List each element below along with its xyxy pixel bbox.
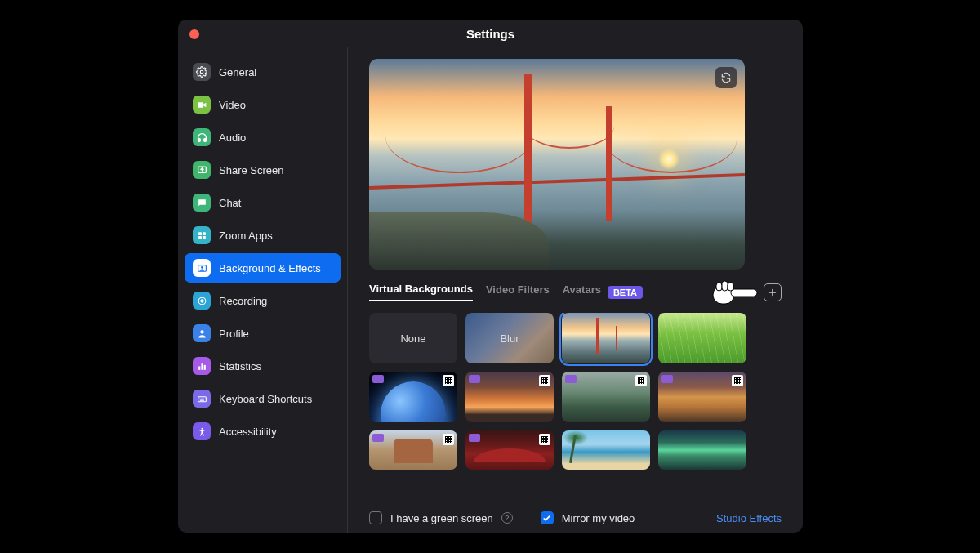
sidebar-item-audio[interactable]: Audio (185, 123, 341, 152)
tag-icon (372, 434, 384, 442)
sidebar-item-label: Keyboard Shortcuts (219, 393, 312, 405)
studio-effects-link[interactable]: Studio Effects (716, 512, 782, 524)
sidebar-item-chat[interactable]: Chat (185, 188, 341, 217)
svg-rect-17 (713, 286, 734, 304)
background-icon (193, 259, 211, 277)
sidebar-item-statistics[interactable]: Statistics (185, 351, 341, 381)
gear-icon (193, 63, 211, 81)
mirror-video-label: Mirror my video (562, 512, 635, 524)
sidebar-item-label: Zoom Apps (219, 230, 273, 242)
sidebar-item-label: Accessibility (219, 426, 277, 438)
mirror-video-checkbox[interactable] (541, 511, 554, 524)
background-option-valley[interactable] (562, 372, 650, 422)
tag-icon (565, 375, 577, 383)
qr-icon (443, 434, 454, 445)
background-option-aurora[interactable] (658, 430, 746, 470)
background-option-architecture[interactable] (369, 430, 457, 470)
tag-icon (662, 375, 673, 383)
beta-badge: BETA (608, 286, 643, 299)
tab-video-filters[interactable]: Video Filters (486, 283, 550, 301)
background-option-sunset[interactable] (466, 372, 554, 422)
qr-icon (539, 375, 550, 386)
tab-avatars[interactable]: Avatars (563, 283, 601, 301)
sidebar-item-label: Statistics (219, 360, 261, 372)
rotate-preview-button[interactable] (715, 67, 737, 88)
share-icon (193, 161, 211, 179)
qr-icon (732, 375, 743, 386)
sidebar-item-video[interactable]: Video (185, 90, 341, 119)
footer: I have a green screen ? Mirror my video … (369, 503, 782, 524)
svg-rect-3 (198, 232, 202, 235)
tab-virtual-backgrounds[interactable]: Virtual Backgrounds (369, 283, 473, 301)
sidebar-item-accessibility[interactable]: Accessibility (185, 417, 341, 446)
stats-icon (193, 357, 211, 375)
background-option-city[interactable] (658, 372, 746, 422)
svg-rect-21 (728, 283, 733, 291)
background-option-earth[interactable] (369, 372, 457, 422)
background-grid: None Blur (369, 313, 782, 470)
profile-icon (193, 324, 211, 342)
pointing-hand-icon (711, 278, 759, 310)
svg-rect-13 (201, 363, 203, 370)
svg-rect-6 (203, 236, 206, 239)
svg-rect-4 (203, 232, 206, 235)
qr-icon (635, 375, 647, 386)
qr-icon (539, 434, 550, 445)
sidebar-item-keyboard-shortcuts[interactable]: Keyboard Shortcuts (185, 384, 341, 413)
settings-sidebar: General Video Audio Share Screen (178, 47, 348, 533)
sidebar-item-zoom-apps[interactable]: Zoom Apps (185, 221, 341, 250)
help-icon[interactable]: ? (501, 512, 513, 524)
sidebar-item-label: Recording (219, 295, 267, 307)
sidebar-item-label: Background & Effects (219, 262, 321, 274)
background-option-blur[interactable]: Blur (466, 313, 554, 363)
svg-rect-5 (198, 236, 202, 239)
video-icon (193, 96, 211, 114)
background-option-beach[interactable] (562, 430, 650, 470)
apps-icon (193, 226, 211, 244)
svg-rect-20 (722, 281, 728, 291)
background-option-grass[interactable] (658, 313, 746, 363)
headphones-icon (193, 128, 211, 146)
sidebar-item-share-screen[interactable]: Share Screen (185, 155, 341, 185)
tag-icon (372, 375, 384, 383)
tag-icon (469, 434, 480, 442)
titlebar: Settings (178, 20, 803, 47)
sidebar-item-label: Chat (219, 197, 241, 209)
svg-point-8 (201, 266, 203, 269)
sidebar-item-background-effects[interactable]: Background & Effects (185, 253, 341, 283)
svg-rect-19 (716, 283, 722, 291)
green-screen-label: I have a green screen (390, 512, 493, 524)
tag-icon (469, 375, 480, 383)
svg-point-10 (200, 299, 203, 302)
green-screen-checkbox[interactable] (369, 511, 382, 524)
settings-window: Settings General Video Audio (178, 20, 803, 533)
record-icon (193, 292, 211, 310)
svg-rect-12 (198, 366, 200, 369)
add-background-button[interactable] (764, 283, 782, 301)
accessibility-icon (193, 422, 211, 440)
svg-point-0 (200, 70, 203, 74)
background-option-none[interactable]: None (369, 313, 457, 363)
video-preview (369, 59, 745, 270)
svg-rect-1 (198, 102, 203, 108)
background-option-golden-gate[interactable] (562, 313, 650, 363)
main-panel: Virtual Backgrounds Video Filters Avatar… (348, 47, 803, 533)
sidebar-item-general[interactable]: General (185, 57, 341, 87)
sidebar-item-label: General (219, 66, 256, 78)
sidebar-item-recording[interactable]: Recording (185, 286, 341, 315)
svg-rect-14 (203, 364, 205, 369)
sidebar-item-label: Profile (219, 328, 249, 340)
svg-rect-15 (198, 396, 206, 401)
background-option-arena[interactable] (466, 430, 554, 470)
svg-point-16 (201, 427, 203, 429)
sidebar-item-label: Audio (219, 132, 246, 144)
sidebar-item-profile[interactable]: Profile (185, 319, 341, 348)
qr-icon (443, 375, 454, 386)
sidebar-item-label: Share Screen (219, 164, 284, 176)
sidebar-item-label: Video (219, 99, 246, 111)
tabs: Virtual Backgrounds Video Filters Avatar… (369, 283, 782, 301)
close-window-button[interactable] (189, 29, 199, 39)
keyboard-icon (193, 390, 211, 408)
chat-icon (193, 194, 211, 212)
svg-point-11 (200, 330, 203, 333)
